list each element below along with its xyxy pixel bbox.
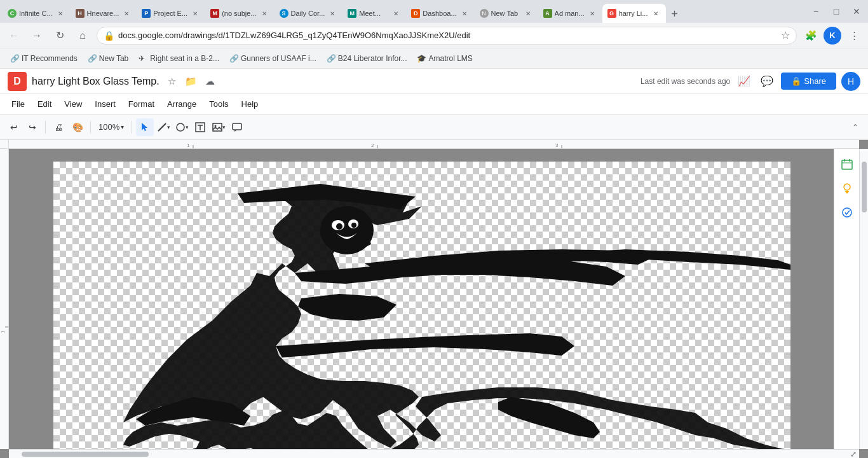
tasks-side-icon[interactable] <box>837 202 857 223</box>
paint-format-button[interactable]: 🎨 <box>69 118 86 136</box>
tab-close-10[interactable]: ✕ <box>651 8 661 18</box>
ruler-corner <box>0 140 9 149</box>
horizontal-scrollbar[interactable]: ⤢ <box>9 449 859 458</box>
svg-text:1: 1 <box>187 142 190 148</box>
svg-point-24 <box>351 223 356 228</box>
calendar-icon <box>841 158 853 170</box>
tab-infinite[interactable]: C Infinite C... ✕ <box>3 4 71 23</box>
tab-close-1[interactable]: ✕ <box>55 8 65 18</box>
tab-dailycor[interactable]: S Daily Cor... ✕ <box>275 4 343 23</box>
image-dropdown-arrow: ▾ <box>222 124 226 130</box>
new-tab-button[interactable]: + <box>666 5 684 23</box>
bookmark-label-2: New Tab <box>99 54 128 63</box>
shape-tool-button[interactable]: ▾ <box>173 118 191 136</box>
star-icon[interactable]: ☆ <box>165 74 180 89</box>
minimize-button[interactable]: − <box>807 3 825 20</box>
last-edit-text: Last edit was seconds ago <box>641 77 730 86</box>
menu-format[interactable]: Format <box>122 97 161 111</box>
menu-insert[interactable]: Insert <box>88 97 122 111</box>
scrollbar-thumb-h[interactable] <box>22 452 149 457</box>
tab-close-6[interactable]: ✕ <box>391 8 401 18</box>
comments-icon[interactable]: 💬 <box>758 73 776 90</box>
ruler-h-svg: 1 2 3 <box>9 140 859 149</box>
ruler-v-svg: 1 <box>0 149 9 449</box>
bookmark-gunners[interactable]: 🔗 Gunners of USAAF i... <box>224 52 322 66</box>
tab-newtab[interactable]: N New Tab ✕ <box>475 4 538 23</box>
back-button[interactable]: ← <box>5 27 23 45</box>
lightbulb-side-icon[interactable] <box>837 178 857 198</box>
tab-adman[interactable]: A Ad man... ✕ <box>538 4 602 23</box>
svg-rect-30 <box>845 191 849 192</box>
tab-meet[interactable]: M Meet... ✕ <box>342 4 406 23</box>
tab-close-8[interactable]: ✕ <box>523 8 533 18</box>
forward-button[interactable]: → <box>28 27 46 45</box>
vertical-scrollbar[interactable] <box>859 149 868 449</box>
user-avatar[interactable]: H <box>841 72 860 91</box>
title-icons: ☆ 📁 ☁ <box>165 74 218 89</box>
svg-text:2: 2 <box>371 142 374 148</box>
tab-hnevare[interactable]: H Hnevare... ✕ <box>71 4 137 23</box>
menu-help[interactable]: Help <box>235 97 265 111</box>
scrollbar-thumb-v[interactable] <box>862 162 867 212</box>
select-tool-button[interactable] <box>136 118 154 136</box>
undo-button[interactable]: ↩ <box>5 118 23 136</box>
cloud-sync-icon[interactable]: ☁ <box>203 74 218 89</box>
bookmark-star-icon[interactable]: ☆ <box>781 29 790 41</box>
maximize-button[interactable]: □ <box>827 3 845 20</box>
comment-tool-button[interactable] <box>228 118 246 136</box>
tab-title-3: Project E... <box>153 10 187 17</box>
bookmark-new-tab[interactable]: 🔗 New Tab <box>83 52 133 66</box>
bookmark-right-seat[interactable]: ✈ Right seat in a B-2... <box>133 52 224 66</box>
line-icon <box>157 122 167 132</box>
bookmark-it-recommends[interactable]: 🔗 IT Recommends <box>5 52 83 66</box>
profile-icon[interactable]: K <box>824 27 841 45</box>
toolbar-collapse-button[interactable]: ⌃ <box>848 120 863 135</box>
drawing-canvas[interactable] <box>53 162 790 449</box>
bookmark-b24[interactable]: 🔗 B24 Liberator Infor... <box>322 52 412 66</box>
extensions-icon[interactable]: 🧩 <box>802 27 820 45</box>
svg-rect-31 <box>846 192 848 193</box>
tab-close-4[interactable]: ✕ <box>259 8 269 18</box>
line-dropdown-arrow: ▾ <box>167 124 170 130</box>
menu-view[interactable]: View <box>58 97 88 111</box>
close-button[interactable]: ✕ <box>848 3 865 20</box>
bookmark-amatrol[interactable]: 🎓 Amatrol LMS <box>412 52 477 66</box>
menu-file[interactable]: File <box>5 97 31 111</box>
home-button[interactable]: ⌂ <box>74 27 92 45</box>
tab-close-2[interactable]: ✕ <box>121 8 132 18</box>
zoom-dropdown[interactable]: 100% ▾ <box>95 121 128 133</box>
menu-arrange[interactable]: Arrange <box>161 97 203 111</box>
redo-button[interactable]: ↪ <box>24 118 41 136</box>
lock-icon: 🔒 <box>104 31 114 41</box>
text-tool-button[interactable] <box>191 118 209 136</box>
tab-harrylight[interactable]: G harry Li... ✕ <box>602 4 666 23</box>
menu-edit[interactable]: Edit <box>31 97 58 111</box>
folder-icon[interactable]: 📁 <box>184 74 199 89</box>
tab-project[interactable]: P Project E... ✕ <box>137 4 205 23</box>
zoom-arrow-icon: ▾ <box>121 123 124 130</box>
tab-title-10: harry Li... <box>619 10 648 17</box>
tab-close-5[interactable]: ✕ <box>327 8 337 18</box>
scrollbar-corner-btn[interactable]: ⤢ <box>850 450 859 459</box>
image-tool-button[interactable]: ▾ <box>210 118 227 136</box>
trending-icon[interactable]: 📈 <box>735 73 753 90</box>
tab-favicon-7: D <box>411 9 420 18</box>
tab-nosubject[interactable]: M (no subje... ✕ <box>205 4 274 23</box>
menu-tools[interactable]: Tools <box>203 97 234 111</box>
canvas-scroll-area[interactable] <box>9 149 859 449</box>
tab-title-7: Dashboa... <box>423 10 456 17</box>
bookmark-label-4: Gunners of USAAF i... <box>241 54 316 63</box>
tab-close-7[interactable]: ✕ <box>459 8 470 18</box>
tab-close-3[interactable]: ✕ <box>190 8 200 18</box>
reload-button[interactable]: ↻ <box>51 27 69 45</box>
url-bar[interactable]: 🔒 docs.google.com/drawings/d/1TDZLwZ69G4… <box>97 27 797 45</box>
bookmark-favicon-4: 🔗 <box>229 54 238 63</box>
settings-icon[interactable]: ⋮ <box>845 27 863 45</box>
share-button[interactable]: 🔒 Share <box>781 73 836 90</box>
tab-dashboard[interactable]: D Dashboa... ✕ <box>406 4 474 23</box>
line-tool-button[interactable]: ▾ <box>154 118 172 136</box>
calendar-side-icon[interactable] <box>837 154 857 174</box>
tab-close-9[interactable]: ✕ <box>587 8 597 18</box>
tab-favicon-9: A <box>543 9 552 18</box>
print-button[interactable]: 🖨 <box>50 118 67 136</box>
